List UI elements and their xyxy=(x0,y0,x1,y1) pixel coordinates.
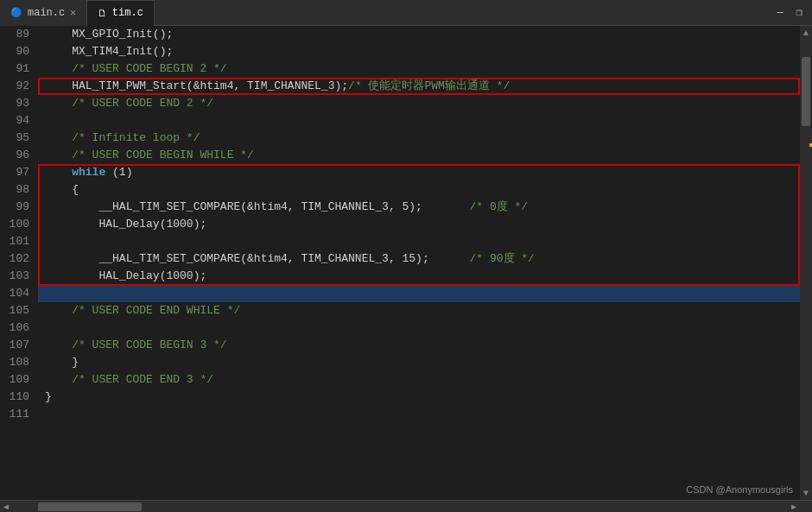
tab-label-main-c: main.c xyxy=(28,7,65,19)
line-num-110: 110 xyxy=(7,389,29,406)
editor-container: 🔵 main.c ✕ 🗋 tim.c — ❐ 89 90 91 92 93 94… xyxy=(0,0,812,512)
scroll-down-button[interactable]: ▼ xyxy=(800,486,812,500)
scroll-track[interactable] xyxy=(800,40,812,486)
line-num-101: 101 xyxy=(7,233,29,250)
code-line-103: HAL_Delay(1000); xyxy=(38,268,800,285)
line-num-106: 106 xyxy=(7,319,29,337)
line-num-107: 107 xyxy=(7,337,29,354)
title-bar: 🔵 main.c ✕ 🗋 tim.c — ❐ xyxy=(0,0,812,26)
line-num-91: 91 xyxy=(7,60,29,78)
tab-close-main-c[interactable]: ✕ xyxy=(70,7,76,18)
line-num-111: 111 xyxy=(7,406,29,423)
code-line-92: HAL_TIM_PWM_Start(&htim4, TIM_CHANNEL_3)… xyxy=(38,78,800,95)
tab-main-c[interactable]: 🔵 main.c ✕ xyxy=(0,0,87,26)
code-line-98: { xyxy=(38,181,800,199)
line-num-105: 105 xyxy=(7,302,29,319)
maximize-button[interactable]: ❐ xyxy=(793,7,805,19)
code-line-100: HAL_Delay(1000); xyxy=(38,216,800,233)
h-scroll-thumb[interactable] xyxy=(38,503,142,511)
code-line-104 xyxy=(38,285,800,302)
scroll-left-button[interactable]: ◀ xyxy=(0,501,12,513)
tab-label-tim-c: tim.c xyxy=(112,7,143,19)
code-line-102: __HAL_TIM_SET_COMPARE(&htim4, TIM_CHANNE… xyxy=(38,250,800,268)
tab-tim-c[interactable]: 🗋 tim.c xyxy=(87,0,155,26)
code-line-101 xyxy=(38,233,800,250)
line-num-103: 103 xyxy=(7,268,29,285)
watermark: CSDN @Anonymousgirls xyxy=(686,484,793,495)
code-line-108: } xyxy=(38,354,800,371)
v-scrollbar[interactable]: ▲ ▼ xyxy=(800,26,812,500)
scroll-up-button[interactable]: ▲ xyxy=(800,26,812,40)
h-scroll-track[interactable] xyxy=(12,501,788,513)
line-num-92: 92 xyxy=(7,78,29,95)
tab-icon-tim-c: 🗋 xyxy=(98,8,107,19)
code-line-97: while (1) xyxy=(38,164,800,181)
code-line-107: /* USER CODE BEGIN 3 */ xyxy=(38,337,800,354)
line-num-90: 90 xyxy=(7,43,29,60)
code-line-94 xyxy=(38,112,800,130)
code-content: MX_GPIO_Init(); MX_TIM4_Init(); /* USER … xyxy=(38,26,800,500)
line-num-99: 99 xyxy=(7,199,29,216)
code-line-111 xyxy=(38,406,800,423)
code-line-89: MX_GPIO_Init(); xyxy=(38,26,800,43)
code-line-110: } xyxy=(38,389,800,406)
line-num-108: 108 xyxy=(7,354,29,371)
line-num-94: 94 xyxy=(7,112,29,130)
code-line-93: /* USER CODE END 2 */ xyxy=(38,95,800,112)
code-line-96: /* USER CODE BEGIN WHILE */ xyxy=(38,147,800,164)
line-num-100: 100 xyxy=(7,216,29,233)
scroll-right-button[interactable]: ▶ xyxy=(788,501,800,513)
code-line-95: /* Infinite loop */ xyxy=(38,130,800,147)
tab-icon-main-c: 🔵 xyxy=(10,7,22,18)
line-num-102: 102 xyxy=(7,250,29,268)
code-line-90: MX_TIM4_Init(); xyxy=(38,43,800,60)
code-line-105: /* USER CODE END WHILE */ xyxy=(38,302,800,319)
window-controls: — ❐ xyxy=(774,7,812,19)
code-line-109: /* USER CODE END 3 */ xyxy=(38,371,800,389)
line-num-97: 97 xyxy=(7,164,29,181)
line-num-104: 104 xyxy=(7,285,29,302)
line-numbers: 89 90 91 92 93 94 95 96 97 98 99 100 101… xyxy=(0,26,38,500)
line-num-89: 89 xyxy=(7,26,29,43)
minimize-button[interactable]: — xyxy=(774,7,786,19)
line-num-109: 109 xyxy=(7,371,29,389)
code-line-91: /* USER CODE BEGIN 2 */ xyxy=(38,60,800,78)
line-num-93: 93 xyxy=(7,95,29,112)
h-scrollbar[interactable]: ◀ ▶ xyxy=(0,500,812,512)
code-line-106 xyxy=(38,319,800,337)
code-line-99: __HAL_TIM_SET_COMPARE(&htim4, TIM_CHANNE… xyxy=(38,199,800,216)
code-area: 89 90 91 92 93 94 95 96 97 98 99 100 101… xyxy=(0,26,812,500)
line-num-96: 96 xyxy=(7,147,29,164)
line-num-95: 95 xyxy=(7,130,29,147)
line-num-98: 98 xyxy=(7,181,29,199)
scroll-thumb[interactable] xyxy=(802,57,810,126)
